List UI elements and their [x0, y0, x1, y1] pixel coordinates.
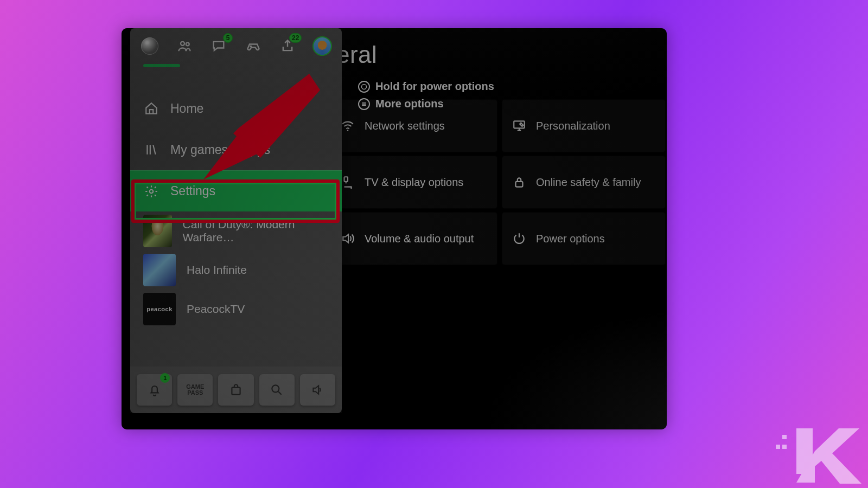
power-hint-row: Hold for power options: [358, 80, 494, 93]
gamepass-label: GAMEPASS: [186, 384, 204, 396]
recent-app-peacock[interactable]: peacock PeacockTV: [130, 290, 342, 329]
speaker-icon: [341, 232, 355, 246]
footer-gamepass-button[interactable]: GAMEPASS: [177, 374, 213, 406]
guide-footer: 1 GAMEPASS: [130, 367, 342, 413]
wifi-icon: [341, 119, 355, 133]
guide-tab-friends[interactable]: [174, 35, 195, 57]
watermark-logo: [773, 419, 865, 486]
controller-icon: [246, 38, 261, 54]
tile-online-safety[interactable]: Online safety & family: [502, 156, 665, 208]
svg-point-9: [272, 385, 279, 392]
recent-app-mw2[interactable]: Call of Duty®: Modern Warfare…: [130, 211, 342, 251]
library-icon: [143, 142, 159, 158]
tile-volume-audio[interactable]: Volume & audio output: [331, 213, 497, 265]
profile-avatar: [312, 36, 332, 56]
xbox-orb-icon: [141, 37, 158, 55]
recent-app-thumb: peacock: [143, 293, 176, 325]
speaker-icon: [310, 383, 324, 397]
recent-app-label: Call of Duty®: Modern Warfare…: [183, 218, 329, 244]
settings-tile-grid: Network settings Personalization TV & di…: [331, 100, 665, 265]
power-hint-label: Hold for power options: [375, 80, 494, 93]
svg-point-0: [362, 84, 367, 89]
share-badge: 22: [289, 33, 302, 43]
lock-icon: [512, 175, 526, 189]
recent-app-halo[interactable]: Halo Infinite: [130, 251, 342, 290]
svg-rect-4: [516, 182, 523, 187]
tile-personalization[interactable]: Personalization: [502, 100, 665, 152]
svg-point-5: [181, 42, 184, 46]
tile-label: Online safety & family: [536, 176, 641, 189]
search-icon: [270, 383, 284, 397]
stage-background: eral Hold for power options More options…: [0, 0, 868, 488]
guide-nav-label: My games & apps: [170, 143, 270, 157]
tile-label: Network settings: [365, 120, 445, 132]
guide-nav-settings[interactable]: Settings: [130, 170, 342, 211]
footer-search-button[interactable]: [259, 374, 295, 406]
guide-nav-library[interactable]: My games & apps: [130, 129, 342, 170]
tile-label: Volume & audio output: [365, 233, 474, 245]
footer-store-button[interactable]: [218, 374, 253, 406]
tv-cable-icon: [341, 175, 355, 189]
home-icon: [143, 100, 159, 117]
chat-badge: 5: [223, 33, 233, 43]
svg-point-1: [347, 130, 349, 131]
xbox-guide-panel: 5 22 Home My games & ap: [130, 28, 342, 413]
notifications-badge: 1: [160, 373, 170, 383]
guide-tab-profile[interactable]: [311, 35, 333, 57]
guide-nav-home[interactable]: Home: [130, 88, 342, 129]
footer-audio-button[interactable]: [300, 374, 335, 406]
svg-point-6: [186, 43, 189, 46]
recent-app-label: PeacockTV: [187, 303, 245, 316]
svg-rect-12: [782, 435, 787, 439]
recent-app-label: Halo Infinite: [187, 264, 247, 277]
monitor-edit-icon: [512, 119, 526, 133]
active-tab-indicator: [143, 64, 180, 67]
gear-icon: [143, 183, 159, 200]
recent-app-thumb: [143, 254, 176, 286]
guide-nav-label: Home: [170, 101, 203, 116]
svg-rect-14: [782, 445, 787, 449]
guide-body: Home My games & apps Settings Call of Du…: [130, 64, 342, 367]
guide-tab-share[interactable]: 22: [277, 35, 298, 57]
recent-app-thumb: [143, 215, 172, 247]
tile-label: TV & display options: [365, 176, 463, 189]
guide-tab-xbox[interactable]: [139, 35, 161, 57]
power-recycle-icon: [512, 232, 526, 246]
bell-icon: [148, 383, 162, 397]
friends-icon: [177, 38, 192, 54]
guide-nav-label: Settings: [170, 184, 215, 198]
xbox-screen: eral Hold for power options More options…: [122, 28, 667, 429]
store-icon: [229, 383, 243, 397]
tile-tv-display[interactable]: TV & display options: [331, 156, 497, 208]
tile-network-settings[interactable]: Network settings: [331, 100, 497, 152]
tile-label: Personalization: [536, 120, 610, 132]
guide-tab-games[interactable]: [242, 35, 264, 57]
guide-tab-bar: 5 22: [130, 28, 342, 64]
xbox-button-icon: [358, 81, 370, 93]
guide-tab-chat[interactable]: 5: [208, 35, 229, 57]
svg-rect-8: [232, 388, 240, 395]
tile-label: Power options: [536, 233, 605, 245]
page-title: eral: [336, 41, 377, 68]
footer-notifications-button[interactable]: 1: [137, 374, 172, 406]
tile-power-options[interactable]: Power options: [502, 213, 665, 265]
svg-rect-3: [344, 177, 348, 182]
svg-point-7: [150, 189, 154, 193]
svg-rect-13: [776, 445, 780, 449]
